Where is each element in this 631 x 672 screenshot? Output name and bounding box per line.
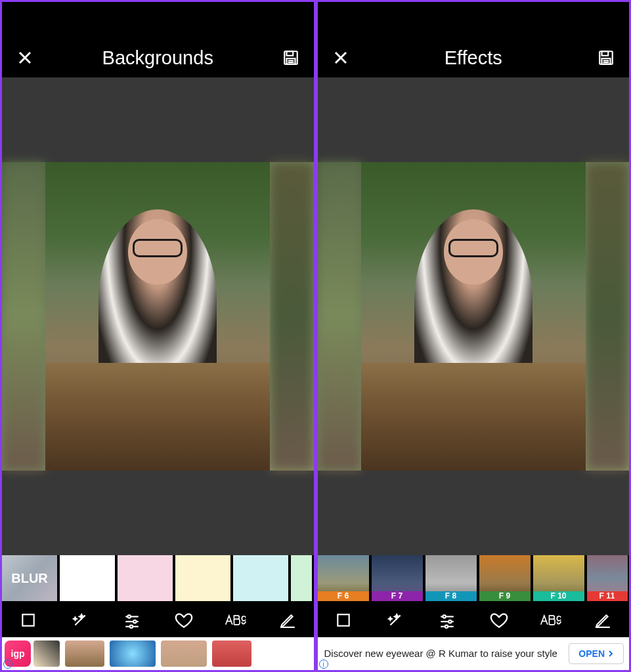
svg-rect-5 [22, 614, 33, 625]
ad-info-icon[interactable]: i [3, 660, 12, 669]
heart-icon[interactable] [486, 607, 512, 633]
bg-swatch[interactable] [118, 555, 173, 601]
filter-swatch[interactable]: F 7 [372, 555, 423, 601]
svg-point-11 [129, 625, 132, 628]
svg-point-9 [133, 620, 136, 623]
toolbar [2, 603, 314, 637]
svg-point-22 [448, 620, 451, 623]
status-bar [2, 2, 314, 38]
close-button[interactable] [14, 47, 36, 69]
magic-wand-icon[interactable] [67, 607, 93, 633]
page-title: Effects [361, 47, 586, 69]
bg-swatch[interactable] [60, 555, 115, 601]
filter-swatch[interactable]: F 8 [425, 555, 477, 601]
bg-swatch[interactable] [291, 555, 312, 601]
svg-rect-14 [602, 51, 609, 56]
canvas-area[interactable] [2, 77, 314, 555]
save-button[interactable] [280, 47, 302, 69]
filter-swatch[interactable]: F 9 [479, 555, 531, 601]
sliders-icon[interactable] [119, 607, 145, 633]
bg-swatch[interactable] [175, 555, 230, 601]
toolbar [318, 603, 630, 637]
svg-point-7 [127, 615, 130, 618]
phone-right-effects: Effects F 6 F 7 F 8 F 9 F 10 F 11 Discov… [316, 0, 632, 672]
ad-banner[interactable]: Discover new eyewear @ R Kumar to raise … [318, 637, 630, 670]
sliders-icon[interactable] [434, 607, 460, 633]
photo [2, 162, 314, 471]
ad-cta-button[interactable]: OPEN [569, 643, 624, 664]
header: Backgrounds [2, 38, 314, 77]
bg-swatch[interactable] [233, 555, 288, 601]
crop-icon[interactable] [330, 607, 357, 633]
text-icon[interactable] [538, 607, 564, 633]
status-bar [318, 2, 630, 38]
svg-rect-18 [337, 614, 349, 625]
phone-left-backgrounds: Backgrounds BLUR igp [0, 0, 316, 672]
ad-banner[interactable]: igp i [2, 637, 314, 670]
pen-icon[interactable] [590, 607, 616, 633]
filter-swatch[interactable]: F 11 [587, 555, 628, 601]
crop-icon[interactable] [15, 607, 41, 633]
photo [318, 162, 630, 471]
filter-swatch[interactable]: F 10 [533, 555, 584, 601]
svg-rect-2 [286, 58, 295, 64]
header: Effects [318, 38, 630, 77]
svg-point-20 [443, 615, 446, 618]
save-button[interactable] [595, 47, 617, 69]
effect-options: F 6 F 7 F 8 F 9 F 10 F 11 [318, 555, 630, 603]
pen-icon[interactable] [274, 607, 301, 633]
background-options: BLUR [2, 555, 314, 603]
page-title: Backgrounds [45, 47, 271, 69]
close-button[interactable] [330, 47, 352, 69]
svg-rect-15 [602, 58, 611, 64]
filter-swatch[interactable]: F 6 [318, 555, 369, 601]
svg-point-24 [445, 625, 448, 628]
heart-icon[interactable] [171, 607, 197, 633]
bg-swatch-blur[interactable]: BLUR [2, 555, 57, 601]
svg-rect-1 [286, 51, 293, 56]
ad-text: Discover new eyewear @ R Kumar to raise … [318, 647, 569, 660]
canvas-area[interactable] [318, 77, 630, 555]
ad-info-icon[interactable]: i [319, 660, 328, 669]
magic-wand-icon[interactable] [382, 607, 408, 633]
text-icon[interactable] [223, 607, 249, 633]
